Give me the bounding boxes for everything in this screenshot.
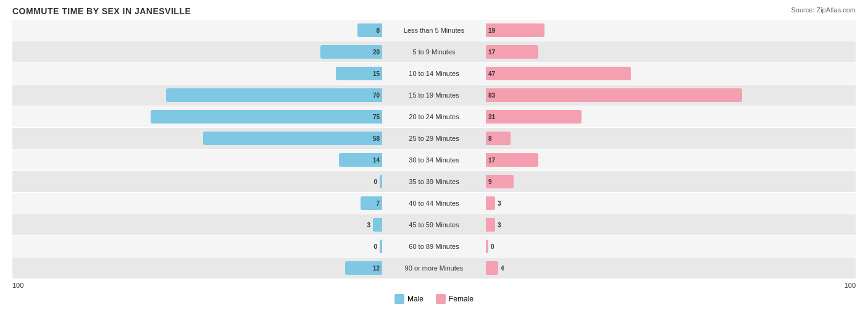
female-value: 8 xyxy=(488,135,492,142)
legend-male-box xyxy=(394,294,404,304)
legend-female: Female xyxy=(436,294,474,304)
left-section: 14 xyxy=(12,152,385,168)
bar-male: 20 xyxy=(320,45,382,59)
row-label: 40 to 44 Minutes xyxy=(385,199,483,207)
row-inner: 14 30 to 34 Minutes 17 xyxy=(12,149,856,170)
chart-row: 12 90 or more Minutes 4 xyxy=(12,258,856,279)
male-value: 20 xyxy=(373,49,380,56)
row-label: 15 to 19 Minutes xyxy=(385,91,483,99)
bar-male xyxy=(373,218,382,232)
legend-male: Male xyxy=(394,294,424,304)
bar-male: 14 xyxy=(339,153,382,167)
row-label: 25 to 29 Minutes xyxy=(385,135,483,142)
row-label: Less than 5 Minutes xyxy=(385,27,483,34)
left-section: 7 xyxy=(12,195,385,211)
bar-male: 58 xyxy=(203,132,382,145)
source-label: Source: ZipAtlas.com xyxy=(791,6,856,14)
bar-female: 17 xyxy=(486,45,538,59)
row-inner: 58 25 to 29 Minutes 8 xyxy=(12,128,856,149)
bar-male xyxy=(380,240,382,253)
left-section: 15 xyxy=(12,65,385,82)
female-value: 17 xyxy=(488,49,495,56)
left-section: 3 xyxy=(12,217,385,233)
legend-female-label: Female xyxy=(449,295,474,303)
bar-female xyxy=(486,218,495,232)
row-inner: 0 60 to 89 Minutes 0 xyxy=(12,236,856,257)
bar-female: 31 xyxy=(486,110,582,124)
bar-female xyxy=(486,196,495,210)
chart-row: 70 15 to 19 Minutes 83 xyxy=(12,85,856,106)
left-section: 0 xyxy=(12,238,385,254)
male-value-outside: 0 xyxy=(373,243,377,250)
chart-row: 20 5 to 9 Minutes 17 xyxy=(12,41,856,62)
left-section: 70 xyxy=(12,87,385,103)
bar-male: 7 xyxy=(361,196,382,210)
row-label: 5 to 9 Minutes xyxy=(385,48,483,56)
chart-row: 0 60 to 89 Minutes 0 xyxy=(12,236,856,257)
right-section: 47 xyxy=(483,65,856,82)
bar-female: 9 xyxy=(486,175,514,188)
left-section: 58 xyxy=(12,130,385,146)
left-section: 20 xyxy=(12,44,385,60)
bar-male: 75 xyxy=(151,110,382,124)
female-value-outside: 3 xyxy=(498,222,501,229)
right-section: 19 xyxy=(483,22,856,38)
row-inner: 70 15 to 19 Minutes 83 xyxy=(12,85,856,106)
chart-row: 3 45 to 59 Minutes 3 xyxy=(12,214,856,235)
chart-row: 14 30 to 34 Minutes 17 xyxy=(12,149,856,170)
bar-female: 19 xyxy=(486,23,545,37)
left-section: 12 xyxy=(12,260,385,276)
row-label: 90 or more Minutes xyxy=(385,264,483,272)
row-label: 60 to 89 Minutes xyxy=(385,243,483,250)
male-value: 75 xyxy=(373,114,380,120)
bar-female xyxy=(486,240,488,253)
male-value: 15 xyxy=(373,70,380,77)
male-value-outside: 3 xyxy=(367,222,370,229)
bar-female xyxy=(486,261,498,275)
legend: Male Female xyxy=(12,294,856,304)
chart-title: COMMUTE TIME BY SEX IN JANESVILLE xyxy=(12,6,856,16)
right-section: 8 xyxy=(483,130,856,146)
bar-male: 12 xyxy=(345,261,382,275)
chart-row: 75 20 to 24 Minutes 31 xyxy=(12,106,856,127)
bar-female: 47 xyxy=(486,67,631,80)
female-value: 83 xyxy=(488,92,495,99)
male-value-outside: 0 xyxy=(373,178,377,185)
male-value: 12 xyxy=(373,265,380,272)
female-value-outside: 0 xyxy=(491,243,495,250)
female-value: 9 xyxy=(488,178,492,185)
axis-labels: 100 100 xyxy=(12,279,856,292)
bar-male xyxy=(380,175,382,188)
bar-female: 83 xyxy=(486,88,742,102)
right-section: 3 xyxy=(483,195,856,211)
male-value: 8 xyxy=(376,27,380,34)
female-value-outside: 3 xyxy=(498,200,501,207)
right-section: 3 xyxy=(483,217,856,233)
chart-container: COMMUTE TIME BY SEX IN JANESVILLE Source… xyxy=(0,0,868,323)
row-inner: 20 5 to 9 Minutes 17 xyxy=(12,41,856,62)
male-value: 70 xyxy=(373,92,380,99)
left-section: 75 xyxy=(12,109,385,125)
male-value: 7 xyxy=(376,200,380,207)
row-label: 30 to 34 Minutes xyxy=(385,156,483,164)
row-inner: 3 45 to 59 Minutes 3 xyxy=(12,214,856,235)
left-section: 0 xyxy=(12,174,385,190)
female-value: 31 xyxy=(488,114,495,120)
female-value-outside: 4 xyxy=(501,265,504,272)
chart-row: 58 25 to 29 Minutes 8 xyxy=(12,128,856,149)
right-section: 4 xyxy=(483,260,856,276)
row-label: 45 to 59 Minutes xyxy=(385,221,483,229)
legend-female-box xyxy=(436,294,446,304)
chart-row: 7 40 to 44 Minutes 3 xyxy=(12,193,856,214)
legend-male-label: Male xyxy=(407,295,424,303)
bar-female: 8 xyxy=(486,132,511,145)
bar-female: 17 xyxy=(486,153,538,167)
chart-area: 8 Less than 5 Minutes 19 20 xyxy=(12,20,856,279)
right-section: 0 xyxy=(483,238,856,254)
chart-row: 8 Less than 5 Minutes 19 xyxy=(12,20,856,41)
chart-row: 15 10 to 14 Minutes 47 xyxy=(12,63,856,84)
male-value: 58 xyxy=(373,135,380,142)
right-section: 9 xyxy=(483,174,856,190)
row-inner: 0 35 to 39 Minutes 9 xyxy=(12,171,856,192)
axis-max-label: 100 xyxy=(845,282,856,289)
